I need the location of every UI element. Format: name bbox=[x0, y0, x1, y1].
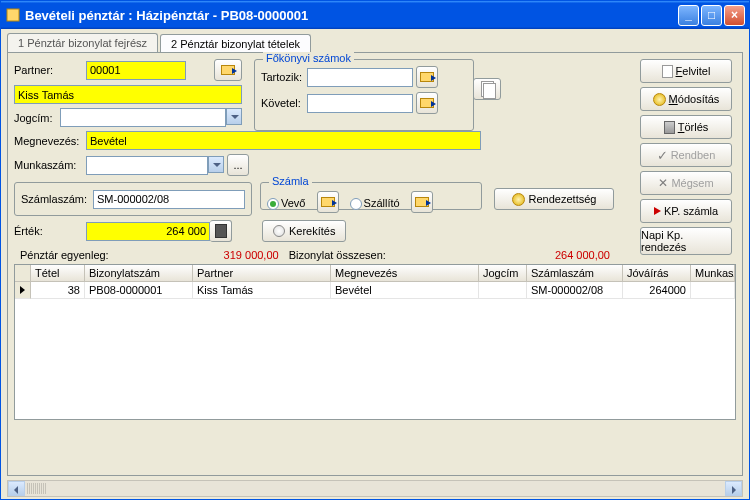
invoice-legend: Számla bbox=[269, 175, 312, 187]
scroll-left-button[interactable] bbox=[8, 481, 25, 496]
worknum-more-button[interactable]: ... bbox=[227, 154, 249, 176]
folder-icon bbox=[420, 72, 434, 82]
round-icon bbox=[273, 225, 285, 237]
close-button[interactable]: × bbox=[724, 5, 745, 26]
folder-icon bbox=[221, 65, 235, 75]
jogcim-label: Jogcím: bbox=[14, 112, 60, 124]
supplier-radio[interactable] bbox=[350, 198, 362, 210]
credit-lookup-button[interactable] bbox=[416, 92, 438, 114]
titlebar: Bevételi pénztár : Házipénztár - PB08-00… bbox=[1, 1, 749, 29]
jogcim-input[interactable] bbox=[60, 108, 226, 127]
daily-settle-button[interactable]: Napi Kp. rendezés bbox=[640, 227, 732, 255]
credit-label: Követel: bbox=[261, 97, 307, 109]
partner-name-input[interactable] bbox=[14, 85, 242, 104]
debit-lookup-button[interactable] bbox=[416, 66, 438, 88]
svg-rect-0 bbox=[7, 9, 19, 21]
worknum-dropdown[interactable] bbox=[208, 156, 224, 173]
table-row[interactable]: 38 PB08-0000001 Kiss Tamás Bevétel SM-00… bbox=[15, 282, 735, 299]
check-icon: ✓ bbox=[657, 148, 668, 163]
scroll-right-button[interactable] bbox=[725, 481, 742, 496]
kp-invoice-button[interactable]: KP. számla bbox=[640, 199, 732, 223]
cancel-button: ✕Mégsem bbox=[640, 171, 732, 195]
customer-label: Vevő bbox=[281, 197, 305, 209]
col-jogcim[interactable]: Jogcím bbox=[479, 265, 527, 282]
customer-radio[interactable] bbox=[267, 198, 279, 210]
tab-items[interactable]: 2 Pénztár bizonylat tételek bbox=[160, 34, 311, 53]
description-label: Megnevezés: bbox=[14, 135, 86, 147]
value-label: Érték: bbox=[14, 225, 86, 237]
total-label: Bizonylat összesen: bbox=[289, 249, 386, 261]
supplier-lookup-button[interactable] bbox=[411, 191, 433, 213]
modify-button[interactable]: Módosítás bbox=[640, 87, 732, 111]
supplier-label: Szállító bbox=[364, 197, 400, 209]
minimize-button[interactable]: _ bbox=[678, 5, 699, 26]
x-icon: ✕ bbox=[658, 176, 668, 190]
row-indicator-icon bbox=[20, 286, 25, 294]
folder-icon bbox=[321, 197, 335, 207]
trash-icon bbox=[664, 121, 675, 134]
page-icon bbox=[662, 65, 673, 78]
debit-label: Tartozik: bbox=[261, 71, 307, 83]
balance-value: 319 000,00 bbox=[109, 249, 279, 261]
col-tetel[interactable]: Tétel bbox=[31, 265, 85, 282]
calc-icon bbox=[215, 224, 227, 238]
items-grid[interactable]: Tétel Bizonylatszám Partner Megnevezés J… bbox=[14, 264, 736, 420]
col-szamsz[interactable]: Számlaszám bbox=[527, 265, 623, 282]
invoicenum-input[interactable] bbox=[93, 190, 245, 209]
tab-header[interactable]: 1 Pénztár bizonylat fejrész bbox=[7, 33, 158, 52]
app-icon bbox=[5, 7, 21, 23]
copy-icon bbox=[481, 81, 494, 97]
credit-input[interactable] bbox=[307, 94, 413, 113]
debit-input[interactable] bbox=[307, 68, 413, 87]
invoicenum-label: Számlaszám: bbox=[21, 193, 93, 205]
calc-button[interactable] bbox=[210, 220, 232, 242]
worknum-label: Munkaszám: bbox=[14, 159, 86, 171]
delete-button[interactable]: Törlés bbox=[640, 115, 732, 139]
jogcim-dropdown[interactable] bbox=[226, 108, 242, 125]
ledger-legend: Főkönyvi számok bbox=[263, 52, 354, 64]
arrow-right-icon bbox=[654, 207, 661, 215]
partner-label: Partner: bbox=[14, 64, 86, 76]
ok-button: ✓Rendben bbox=[640, 143, 732, 167]
partner-lookup-button[interactable] bbox=[214, 59, 242, 81]
folder-icon bbox=[420, 98, 434, 108]
copy-button[interactable] bbox=[473, 78, 501, 100]
maximize-button[interactable]: □ bbox=[701, 5, 722, 26]
window-title: Bevételi pénztár : Házipénztár - PB08-00… bbox=[25, 8, 676, 23]
horizontal-scrollbar[interactable] bbox=[7, 480, 743, 497]
coins-icon bbox=[653, 93, 666, 106]
col-bizszam[interactable]: Bizonylatszám bbox=[85, 265, 193, 282]
scroll-grip[interactable] bbox=[27, 483, 47, 494]
folder-icon bbox=[415, 197, 429, 207]
col-munkasz[interactable]: Munkaszár bbox=[691, 265, 735, 282]
description-input[interactable] bbox=[86, 131, 481, 150]
worknum-input[interactable] bbox=[86, 156, 208, 175]
partner-code-input[interactable] bbox=[86, 61, 186, 80]
col-partner[interactable]: Partner bbox=[193, 265, 331, 282]
settlement-button[interactable]: Rendezettség bbox=[494, 188, 614, 210]
rounding-button[interactable]: Kerekítés bbox=[262, 220, 346, 242]
col-megnev[interactable]: Megnevezés bbox=[331, 265, 479, 282]
balance-label: Pénztár egyenleg: bbox=[20, 249, 109, 261]
value-input[interactable] bbox=[86, 222, 210, 241]
customer-lookup-button[interactable] bbox=[317, 191, 339, 213]
new-button[interactable]: Felvitel bbox=[640, 59, 732, 83]
coins-icon bbox=[512, 193, 525, 206]
col-jovairas[interactable]: Jóváírás bbox=[623, 265, 691, 282]
